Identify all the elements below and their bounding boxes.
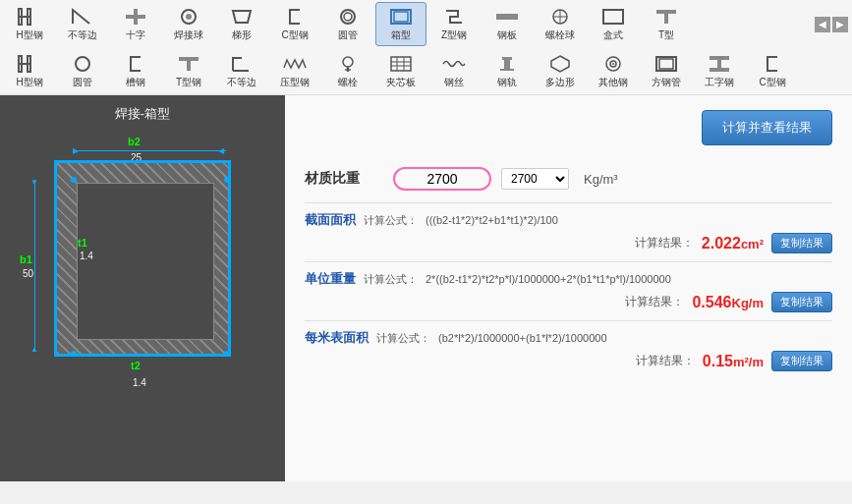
toolbar-item-wire[interactable]: 钢丝 bbox=[428, 50, 480, 92]
divider-2 bbox=[305, 261, 832, 262]
square-tube-icon bbox=[653, 53, 680, 75]
screw-label: 螺栓 bbox=[338, 76, 358, 89]
cross-section-result-value: 2.022cm² bbox=[702, 235, 764, 252]
toolbar-item-weld-ball[interactable]: 焊接球 bbox=[163, 3, 214, 45]
toolbar-item-t-steel2[interactable]: T型钢 bbox=[163, 50, 214, 92]
t-steel2-label: T型钢 bbox=[176, 76, 201, 89]
toolbar-item-round-tube[interactable]: 圆管 bbox=[322, 3, 373, 45]
wire-label: 钢丝 bbox=[444, 76, 464, 89]
groove-icon bbox=[122, 53, 149, 75]
toolbar-item-t-steel[interactable]: T型 bbox=[641, 3, 692, 45]
section-title: 焊接-箱型 bbox=[10, 105, 275, 123]
nav-prev[interactable]: ◀ bbox=[815, 17, 830, 32]
nav-next[interactable]: ▶ bbox=[832, 17, 848, 32]
other-label: 其他钢 bbox=[598, 76, 628, 89]
toolbar-item-screw[interactable]: 螺栓 bbox=[322, 50, 373, 92]
dim-arrow-b1-top: ▼ bbox=[30, 178, 38, 187]
toolbar-item-unequal[interactable]: 不等边 bbox=[57, 3, 108, 45]
toolbar-item-cross[interactable]: 十字 bbox=[110, 3, 161, 45]
svg-rect-44 bbox=[717, 60, 721, 68]
dim-arrow-b2-left: ▶ bbox=[73, 146, 79, 155]
toolbar: H型钢 不等边 十字 焊接球 梯形 bbox=[0, 0, 852, 95]
material-label: 材质比重 bbox=[305, 170, 383, 188]
material-select[interactable]: 2700 7850 bbox=[501, 168, 569, 190]
toolbar-item-press-steel[interactable]: 压型钢 bbox=[269, 50, 320, 92]
toolbar-item-round-tube2[interactable]: 圆管 bbox=[57, 50, 108, 92]
svg-rect-23 bbox=[179, 57, 199, 61]
box-icon bbox=[387, 6, 415, 28]
toolbar-item-unequal2[interactable]: 不等边 bbox=[216, 50, 267, 92]
toolbar-item-clad-plate[interactable]: 夹芯板 bbox=[375, 50, 426, 92]
surface-area-formula-label: 计算公式： bbox=[376, 331, 430, 346]
toolbar-item-rail[interactable]: 钢轨 bbox=[482, 50, 533, 92]
toolbar-item-z-steel[interactable]: Z型钢 bbox=[428, 3, 480, 45]
h-steel-icon bbox=[16, 6, 43, 28]
square-tube-label: 方钢管 bbox=[652, 76, 681, 89]
box-label: 箱型 bbox=[391, 28, 411, 42]
dim-b2-label: b2 bbox=[128, 136, 141, 147]
cross-label: 十字 bbox=[126, 28, 145, 42]
calc-button[interactable]: 计算并查看结果 bbox=[702, 110, 832, 145]
toolbar-item-box2[interactable]: 盒式 bbox=[588, 3, 639, 45]
surface-area-result-row: 计算结果： 0.15m²/m 复制结果 bbox=[305, 351, 832, 371]
material-input[interactable] bbox=[403, 171, 482, 187]
cross-section-copy-btn[interactable]: 复制结果 bbox=[771, 233, 832, 253]
toolbar-item-trapezoid[interactable]: 梯形 bbox=[216, 3, 267, 45]
toolbar-item-square-tube[interactable]: 方钢管 bbox=[641, 50, 692, 92]
toolbar-item-c-steel[interactable]: C型钢 bbox=[269, 3, 320, 45]
dim-t2-label: t2 bbox=[131, 360, 141, 371]
shape-inner bbox=[77, 183, 214, 340]
clad-plate-icon bbox=[387, 53, 415, 75]
round-tube2-icon bbox=[69, 53, 96, 75]
toolbar-item-other[interactable]: 其他钢 bbox=[588, 50, 639, 92]
round-tube2-label: 圆管 bbox=[73, 76, 92, 89]
svg-rect-34 bbox=[504, 60, 510, 69]
z-steel-icon bbox=[440, 6, 468, 28]
toolbar-item-c-steel2[interactable]: C型钢 bbox=[747, 50, 798, 92]
toolbar-item-polygon[interactable]: 多边形 bbox=[535, 50, 586, 92]
z-steel-label: Z型钢 bbox=[441, 28, 467, 42]
toolbar-item-screw-ball[interactable]: 螺栓球 bbox=[535, 3, 586, 45]
other-icon bbox=[599, 53, 627, 75]
surface-area-copy-btn[interactable]: 复制结果 bbox=[771, 351, 832, 371]
svg-rect-41 bbox=[659, 59, 673, 69]
toolbar-item-box[interactable]: 箱型 bbox=[375, 2, 426, 46]
polygon-icon bbox=[546, 53, 574, 75]
surface-area-title: 每米表面积 bbox=[305, 329, 369, 347]
weld-ball-label: 焊接球 bbox=[174, 28, 203, 42]
svg-point-8 bbox=[341, 10, 355, 24]
screw-ball-icon bbox=[546, 6, 574, 28]
svg-point-6 bbox=[186, 14, 192, 20]
h-steel2-label: H型钢 bbox=[16, 76, 42, 89]
svg-marker-7 bbox=[233, 11, 251, 23]
right-panel: 计算并查看结果 材质比重 2700 7850 Kg/m³ 截面面积 计算公式： … bbox=[285, 95, 852, 481]
rail-icon bbox=[493, 53, 521, 75]
c-steel-icon bbox=[281, 6, 309, 28]
polygon-label: 多边形 bbox=[545, 76, 575, 89]
toolbar-nav: ◀ ▶ bbox=[815, 17, 848, 32]
unequal2-label: 不等边 bbox=[227, 76, 256, 89]
unit-weight-result-value: 0.546Kg/m bbox=[692, 294, 764, 311]
toolbar-item-i-steel[interactable]: 工字钢 bbox=[694, 50, 745, 92]
groove-label: 槽钢 bbox=[126, 76, 145, 89]
unit-weight-copy-btn[interactable]: 复制结果 bbox=[771, 292, 832, 312]
dim-b1-val: 50 bbox=[23, 268, 33, 279]
toolbar-item-h-steel[interactable]: H型钢 bbox=[4, 3, 55, 45]
h-steel-label: H型钢 bbox=[16, 28, 42, 42]
cross-section-title: 截面面积 bbox=[305, 211, 356, 229]
t-steel-icon bbox=[653, 6, 680, 28]
svg-rect-2 bbox=[19, 16, 30, 18]
toolbar-row-2: H型钢 圆管 槽钢 T型钢 不等边 bbox=[0, 48, 852, 94]
c-steel2-icon bbox=[759, 53, 786, 75]
wire-icon bbox=[440, 53, 468, 75]
toolbar-item-groove[interactable]: 槽钢 bbox=[110, 50, 161, 92]
dim-t1-val: 1.4 bbox=[80, 251, 93, 261]
surface-area-formula: (b2*l*2)/1000000+(b1*l*2)/1000000 bbox=[438, 332, 607, 344]
cross-section-formula: (((b2-t1*2)*t2+b1*t1)*2)/100 bbox=[426, 214, 558, 226]
corner-mark-bl bbox=[71, 351, 77, 357]
unequal-icon bbox=[69, 6, 96, 28]
svg-rect-16 bbox=[603, 10, 623, 24]
toolbar-item-h-steel2[interactable]: H型钢 bbox=[4, 50, 55, 92]
corner-mark-tl bbox=[71, 177, 77, 183]
toolbar-item-steel-plate[interactable]: 钢板 bbox=[482, 3, 533, 45]
